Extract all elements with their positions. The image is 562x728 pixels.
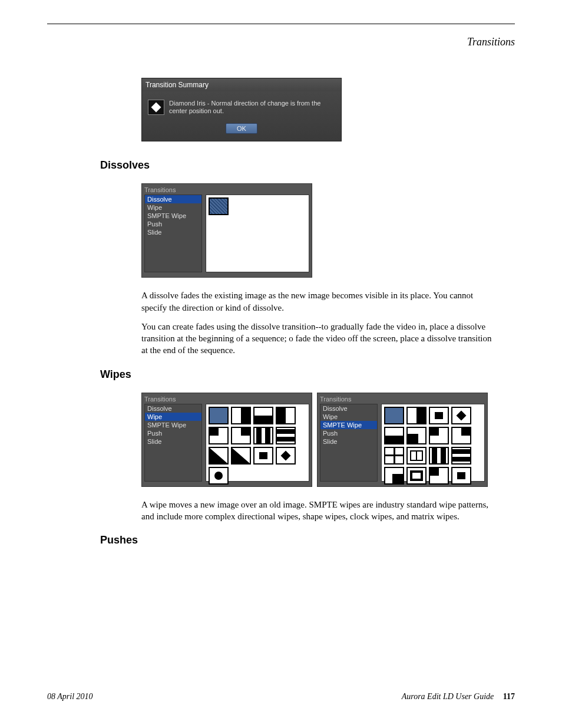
- list-item[interactable]: Wipe: [145, 413, 201, 421]
- list-item[interactable]: Dissolve: [145, 195, 201, 203]
- smpte-thumb-icon[interactable]: [451, 407, 471, 424]
- smpte-thumb-icon[interactable]: [429, 447, 449, 465]
- preview-area: [381, 404, 485, 482]
- dialog-description: Diamond Iris - Normal direction of chang…: [169, 100, 335, 115]
- smpte-thumb-icon[interactable]: [384, 447, 404, 465]
- wipe-thumb-icon[interactable]: [276, 427, 296, 444]
- page-header-title: Transitions: [47, 36, 515, 48]
- footer-page-number: 117: [503, 692, 515, 701]
- smpte-thumb-icon[interactable]: [406, 407, 427, 424]
- list-item[interactable]: Wipe: [145, 203, 201, 212]
- wipe-thumb-icon[interactable]: [209, 467, 229, 485]
- transitions-list[interactable]: Dissolve Wipe SMPTE Wipe Push Slide: [144, 195, 202, 272]
- list-item[interactable]: Push: [145, 429, 201, 437]
- list-item[interactable]: Dissolve: [145, 404, 201, 413]
- footer-guide: Aurora Edit LD User Guide: [402, 692, 494, 701]
- transition-summary-dialog: Transition Summary Diamond Iris - Normal…: [141, 78, 342, 141]
- smpte-thumb-icon[interactable]: [429, 467, 449, 485]
- list-item[interactable]: Push: [320, 429, 377, 437]
- wipe-thumb-icon[interactable]: [209, 427, 229, 444]
- smpte-wipe-panel: Transitions Dissolve Wipe SMPTE Wipe Pus…: [317, 393, 488, 487]
- wipes-para1: A wipe moves a new image over an old ima…: [141, 499, 495, 523]
- smpte-thumb-icon[interactable]: [406, 447, 427, 465]
- wipe-thumb-icon[interactable]: [253, 447, 273, 465]
- list-item[interactable]: Slide: [320, 437, 377, 446]
- dissolve-panel: Transitions Dissolve Wipe SMPTE Wipe Pus…: [141, 183, 312, 278]
- list-item[interactable]: SMPTE Wipe: [145, 421, 201, 429]
- footer-date: 08 April 2010: [47, 692, 93, 701]
- list-item[interactable]: Slide: [145, 228, 201, 236]
- transitions-list[interactable]: Dissolve Wipe SMPTE Wipe Push Slide: [144, 404, 202, 482]
- smpte-thumb-icon[interactable]: [384, 467, 404, 485]
- transitions-list[interactable]: Dissolve Wipe SMPTE Wipe Push Slide: [320, 404, 378, 482]
- smpte-thumb-icon[interactable]: [384, 427, 404, 444]
- wipe-thumb-icon[interactable]: [253, 427, 273, 444]
- list-item[interactable]: SMPTE Wipe: [320, 421, 377, 429]
- list-item[interactable]: Dissolve: [320, 404, 377, 413]
- transitions-label: Transitions: [144, 396, 202, 403]
- dissolve-para1: A dissolve fades the existing image as t…: [141, 289, 495, 314]
- smpte-thumb-icon[interactable]: [429, 407, 449, 424]
- dialog-title: Transition Summary: [142, 78, 341, 91]
- smpte-thumb-icon[interactable]: [384, 407, 404, 424]
- wipe-thumb-icon[interactable]: [253, 407, 273, 424]
- dissolve-para2: You can create fades using the dissolve …: [141, 321, 495, 357]
- wipe-thumb-icon[interactable]: [231, 427, 251, 444]
- list-item[interactable]: SMPTE Wipe: [145, 212, 201, 220]
- heading-pushes: Pushes: [100, 534, 515, 546]
- list-item[interactable]: Slide: [145, 437, 201, 446]
- dissolve-thumb-icon[interactable]: [209, 197, 229, 215]
- preview-area: [206, 404, 309, 482]
- smpte-thumb-icon[interactable]: [429, 427, 449, 444]
- heading-dissolves: Dissolves: [100, 159, 515, 172]
- smpte-thumb-icon[interactable]: [406, 427, 427, 444]
- wipe-thumb-icon[interactable]: [209, 407, 229, 424]
- smpte-thumb-icon[interactable]: [451, 447, 471, 465]
- wipe-thumb-icon[interactable]: [231, 407, 251, 424]
- wipe-thumb-icon[interactable]: [276, 447, 296, 465]
- ok-button[interactable]: OK: [226, 123, 257, 134]
- page-footer: 08 April 2010 Aurora Edit LD User Guide …: [47, 692, 515, 701]
- wipe-thumb-icon[interactable]: [276, 407, 296, 424]
- smpte-thumb-icon[interactable]: [451, 427, 471, 444]
- list-item[interactable]: Wipe: [320, 413, 377, 421]
- transitions-label: Transitions: [320, 396, 378, 403]
- transitions-label: Transitions: [144, 186, 202, 193]
- preview-area: [206, 195, 309, 272]
- list-item[interactable]: Push: [145, 220, 201, 228]
- wipe-thumb-icon[interactable]: [231, 447, 251, 465]
- heading-wipes: Wipes: [100, 368, 515, 381]
- smpte-thumb-icon[interactable]: [451, 467, 471, 485]
- wipe-thumb-icon[interactable]: [209, 447, 229, 465]
- smpte-thumb-icon[interactable]: [406, 467, 427, 485]
- diamond-iris-icon: [148, 100, 164, 115]
- wipe-panel: Transitions Dissolve Wipe SMPTE Wipe Pus…: [141, 393, 312, 487]
